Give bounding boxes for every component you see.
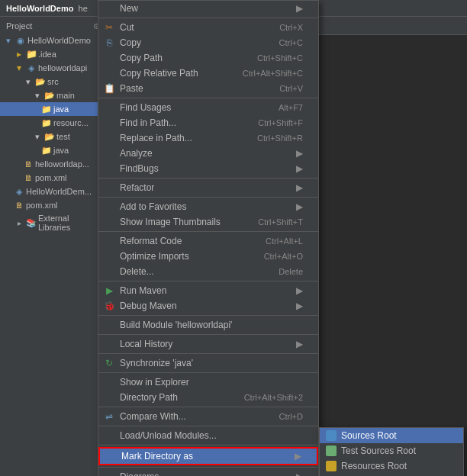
paste-icon: 📋 [103,83,115,94]
java-folder-icon: 📁 [41,145,52,156]
menu-item-diagrams[interactable]: Diagrams ▶ [98,469,318,476]
sidebar-item-java-main[interactable]: 📁 java [0,102,106,116]
menu-item-findbugs[interactable]: FindBugs ▶ [98,161,318,176]
cut-icon: ✂ [103,22,115,33]
separator-11 [98,407,318,407]
separator-3 [98,178,318,178]
menu-item-replace-in-path[interactable]: Replace in Path... Ctrl+Shift+R [98,130,318,146]
src-icon: 📂 [35,76,46,87]
separator-9 [98,353,318,354]
menu-item-synchronize[interactable]: ↻ Synchronize 'java' [98,355,318,371]
run-maven-arrow-icon: ▶ [296,285,303,296]
separator-7 [98,315,318,316]
menu-item-show-image-thumbnails[interactable]: Show Image Thumbnails Ctrl+Shift+T [98,214,318,230]
submenu-item-test-sources-root[interactable]: Test Sources Root [320,443,463,458]
menu-item-find-usages[interactable]: Find Usages Alt+F7 [98,100,318,115]
separator-4 [98,197,318,198]
module-folder-icon: ◈ [26,63,37,73]
sync-icon: ↻ [103,358,115,368]
module-icon: ◈ [14,186,24,197]
compare-icon: ⇌ [103,411,115,422]
debug-maven-arrow-icon: ▶ [296,301,303,311]
resources-root-icon [326,461,337,471]
findbugs-arrow-icon: ▶ [296,163,303,174]
title-bar-text: HelloWorldDemo he [6,4,88,13]
submenu-item-sources-root[interactable]: Sources Root [320,428,463,443]
separator-6 [98,281,318,281]
chevron-icon: ▾ [32,131,43,142]
sidebar-item-idea[interactable]: ▸ 📁 .idea [0,47,106,61]
xml-icon: 🗎 [14,200,24,211]
sidebar-item-helloworldapi[interactable]: ▾ ◈ helloworldapi [0,61,106,75]
test-sources-root-icon [326,445,337,456]
context-menu: New ▶ ✂ Cut Ctrl+X ⎘ Copy Ctrl+C Copy Pa… [98,0,319,476]
menu-item-show-in-explorer[interactable]: Show in Explorer [98,375,318,390]
sidebar-item-resources[interactable]: 📁 resourc... [0,116,106,130]
menu-item-reformat-code[interactable]: Reformat Code Ctrl+Alt+L [98,233,318,249]
menu-item-optimize-imports[interactable]: Optimize Imports Ctrl+Alt+O [98,249,318,264]
sidebar-item-src[interactable]: ▾ 📂 src [0,75,106,88]
menu-item-local-history[interactable]: Local History ▶ [98,336,318,352]
sources-root-icon [326,430,337,441]
menu-item-debug-maven[interactable]: 🐞 Debug Maven ▶ [98,298,318,314]
chevron-icon: ▾ [32,90,43,101]
menu-item-copy[interactable]: ⎘ Copy Ctrl+C [98,35,318,50]
menu-item-add-to-favorites[interactable]: Add to Favorites ▶ [98,199,318,214]
menu-item-mark-directory-as[interactable]: Mark Directory as ▶ [98,447,318,465]
lib-icon: ▸ [14,217,24,228]
sidebar: Project ⚙ ▾ ◉ HelloWorldDemo ▸ 📁 .idea ▾… [0,17,107,476]
favorites-arrow-icon: ▶ [296,201,303,212]
run-icon: ▶ [103,285,115,296]
resources-icon: 📁 [41,117,52,128]
menu-item-copy-path[interactable]: Copy Path Ctrl+Shift+C [98,50,318,66]
sidebar-item-external-libraries[interactable]: ▸ 📚 External Libraries [0,212,106,233]
sidebar-item-test[interactable]: ▾ 📂 test [0,130,106,143]
main-folder-icon: 📂 [44,90,55,101]
menu-item-delete[interactable]: Delete... Delete [98,264,318,279]
menu-item-build-module[interactable]: Build Module 'helloworldapi' [98,317,318,333]
separator-1 [98,18,318,18]
debug-icon: 🐞 [103,301,115,311]
separator-12 [98,426,318,426]
menu-item-run-maven[interactable]: ▶ Run Maven ▶ [98,283,318,298]
xml-icon: 🗎 [23,172,34,183]
menu-item-refactor[interactable]: Refactor ▶ [98,180,318,195]
sidebar-item-main[interactable]: ▾ 📂 main [0,88,106,102]
menu-item-paste[interactable]: 📋 Paste Ctrl+V [98,81,318,96]
lib-folder-icon: 📚 [26,217,37,228]
menu-item-compare-with[interactable]: ⇌ Compare With... Ctrl+D [98,409,318,424]
sidebar-item-helloworlddemo[interactable]: ▾ ◉ HelloWorldDemo [0,34,106,47]
menu-item-new[interactable]: New ▶ [98,1,318,16]
menu-item-copy-relative-path[interactable]: Copy Relative Path Ctrl+Alt+Shift+C [98,66,318,81]
separator-14 [98,467,318,468]
java-src-icon: 📁 [41,104,52,114]
sidebar-item-pom-root[interactable]: 🗎 pom.xml [0,198,106,212]
submenu-mark-directory-as: Sources Root Test Sources Root Resources… [319,427,464,476]
module-icon: ▾ [3,35,14,46]
sidebar-item-java-test[interactable]: 📁 java [0,143,106,157]
separator-13 [98,445,318,445]
submenu-arrow-icon: ▶ [296,3,303,14]
folder-icon: ▸ [14,49,24,60]
separator-8 [98,334,318,335]
test-folder-icon: 📂 [44,131,55,142]
sidebar-item-helloworldap[interactable]: 🗎 helloworldap... [0,157,106,171]
mark-dir-arrow-icon: ▶ [295,451,301,462]
sidebar-item-pom-api[interactable]: 🗎 pom.xml [0,171,106,185]
refactor-arrow-icon: ▶ [296,182,303,193]
chevron-icon: ▾ [14,63,24,73]
separator-2 [98,98,318,98]
separator-10 [98,372,318,373]
xml-icon: 🗎 [23,159,34,169]
folder-icon: ◉ [15,35,26,46]
menu-item-analyze[interactable]: Analyze ▶ [98,146,318,161]
sidebar-item-helloworlddemo-module[interactable]: ◈ HelloWorldDem... [0,185,106,198]
local-history-arrow-icon: ▶ [296,339,303,349]
menu-item-load-unload[interactable]: Load/Unload Modules... [98,428,318,443]
diagrams-arrow-icon: ▶ [296,471,303,476]
copy-icon: ⎘ [103,37,115,48]
menu-item-find-in-path[interactable]: Find in Path... Ctrl+Shift+F [98,115,318,130]
submenu-item-resources-root[interactable]: Resources Root [320,458,463,474]
menu-item-directory-path[interactable]: Directory Path Ctrl+Alt+Shift+2 [98,390,318,405]
menu-item-cut[interactable]: ✂ Cut Ctrl+X [98,20,318,35]
